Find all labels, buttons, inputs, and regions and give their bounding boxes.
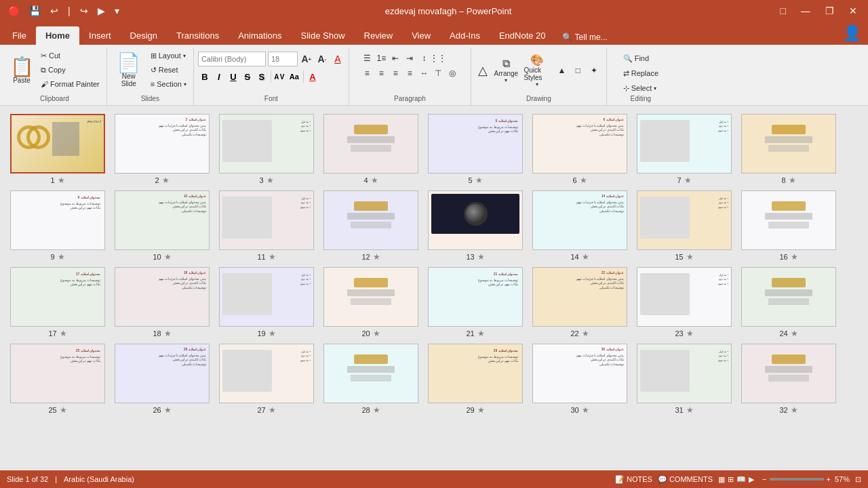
slide-item[interactable]: عنوان اسلاید 26 متن محتوای اسلاید با جزئ… xyxy=(112,344,212,415)
slide-item[interactable]: عنوان اسلاید 22 متن محتوای اسلاید با جزئ… xyxy=(530,267,630,338)
normal-view-button[interactable]: ▦ xyxy=(718,475,725,484)
slide-favorite-star[interactable]: ★ xyxy=(164,405,172,415)
strikethrough-button[interactable]: S xyxy=(241,70,254,83)
slide-item[interactable]: عنوان اسلاید 10 متن محتوای اسلاید با جزئ… xyxy=(112,190,212,262)
slide-favorite-star[interactable]: ★ xyxy=(267,176,274,185)
slide-favorite-star[interactable]: ★ xyxy=(582,329,589,338)
tab-slideshow[interactable]: Slide Show xyxy=(291,26,354,45)
align-right-button[interactable]: ≡ xyxy=(389,66,402,80)
slide-favorite-star[interactable]: ★ xyxy=(477,252,485,262)
cut-button[interactable]: ✂ Cut xyxy=(38,49,102,62)
section-button[interactable]: ≡ Section ▾ xyxy=(148,77,189,91)
comments-button[interactable]: 💬 COMMENTS xyxy=(658,475,713,484)
slide-favorite-star[interactable]: ★ xyxy=(373,405,380,415)
tab-review[interactable]: Review xyxy=(355,26,403,45)
bullets-button[interactable]: ☰ xyxy=(360,52,374,65)
slide-favorite-star[interactable]: ★ xyxy=(477,405,485,415)
slide-favorite-star[interactable]: ★ xyxy=(60,329,67,338)
slide-favorite-star[interactable]: ★ xyxy=(58,176,65,185)
reading-view-button[interactable]: 📖 xyxy=(736,475,746,484)
qa-dropdown[interactable]: ▾ xyxy=(112,4,122,18)
decrease-indent-button[interactable]: ⇤ xyxy=(389,52,402,65)
increase-indent-button[interactable]: ⇥ xyxy=(403,52,416,65)
notes-button[interactable]: 📝 NOTES xyxy=(615,475,652,484)
close-button[interactable]: ✕ xyxy=(844,4,863,18)
slide-item[interactable]: 32★ xyxy=(738,344,839,415)
shapes-button[interactable]: △ xyxy=(476,64,490,77)
reset-button[interactable]: ↺ Reset xyxy=(148,63,189,77)
numbering-button[interactable]: 1≡ xyxy=(374,52,388,65)
slide-item[interactable]: ازدواج موفق1★ xyxy=(7,114,108,185)
zoom-in-button[interactable]: + xyxy=(827,475,831,483)
slide-favorite-star[interactable]: ★ xyxy=(686,252,694,262)
slide-item[interactable]: عنوان اسلاید 14 متن محتوای اسلاید با جزئ… xyxy=(530,190,630,262)
zoom-out-button[interactable]: − xyxy=(762,475,766,483)
slide-favorite-star[interactable]: ★ xyxy=(269,405,276,415)
slide-favorite-star[interactable]: ★ xyxy=(269,329,276,338)
shape-effects-button[interactable]: ✦ xyxy=(587,64,601,77)
shadow-button[interactable]: S xyxy=(255,70,269,83)
slide-favorite-star[interactable]: ★ xyxy=(791,405,798,415)
replace-button[interactable]: ⇄ Replace xyxy=(620,66,661,80)
slide-item[interactable]: 24★ xyxy=(738,267,839,338)
clear-format-button[interactable]: A xyxy=(331,52,344,66)
paste-button[interactable]: 📋 Paste xyxy=(7,49,37,92)
slide-favorite-star[interactable]: ★ xyxy=(164,329,172,338)
italic-button[interactable]: I xyxy=(212,70,226,83)
save-icon[interactable]: 💾 xyxy=(26,4,43,18)
direction-button[interactable]: ↔ xyxy=(417,66,431,80)
slide-item[interactable]: 12★ xyxy=(321,190,421,262)
slide-favorite-star[interactable]: ★ xyxy=(477,329,485,338)
underline-button[interactable]: U xyxy=(226,70,240,83)
slide-item[interactable]: محتوای اسلاید 21 توضیحات مربوط به موضوع … xyxy=(425,267,526,338)
slide-item[interactable]: محتوای اسلاید 9 توضیحات مربوط به موضوع ن… xyxy=(7,190,108,262)
slide-favorite-star[interactable]: ★ xyxy=(684,176,692,185)
line-spacing-button[interactable]: ↕ xyxy=(417,52,431,65)
slide-favorite-star[interactable]: ★ xyxy=(58,252,65,262)
tab-addins[interactable]: Add-Ins xyxy=(440,26,490,45)
slide-favorite-star[interactable]: ★ xyxy=(162,176,170,185)
find-button[interactable]: 🔍 Find xyxy=(620,52,661,65)
zoom-slider[interactable] xyxy=(770,478,824,481)
tell-me-box[interactable]: 🔍 Tell me... xyxy=(555,30,614,45)
font-size-input[interactable] xyxy=(268,52,298,66)
slide-item[interactable]: 20★ xyxy=(321,267,421,338)
tab-home[interactable]: Home xyxy=(36,26,79,45)
align-left-button[interactable]: ≡ xyxy=(360,66,374,80)
slide-favorite-star[interactable]: ★ xyxy=(686,405,694,415)
slide-item[interactable]: عنوان اسلاید 30 متن محتوای اسلاید با جزئ… xyxy=(530,344,630,415)
copy-button[interactable]: ⧉ Copy xyxy=(38,63,102,77)
font-color-button[interactable]: A xyxy=(306,70,319,83)
tab-transitions[interactable]: Transitions xyxy=(167,26,229,45)
align-center-button[interactable]: ≡ xyxy=(374,66,388,80)
char-spacing-button[interactable]: AV xyxy=(273,70,287,83)
slide-item[interactable]: • بند اول• بند دوم• بند سوم 19★ xyxy=(216,267,317,338)
ribbon-display-icon[interactable]: □ xyxy=(775,4,791,18)
slide-item[interactable]: 16★ xyxy=(738,190,839,262)
font-grow-button[interactable]: A+ xyxy=(300,52,313,66)
tab-animations[interactable]: Animations xyxy=(229,26,291,45)
slide-favorite-star[interactable]: ★ xyxy=(475,176,483,185)
slide-favorite-star[interactable]: ★ xyxy=(373,252,380,262)
smart-art-button[interactable]: ◎ xyxy=(446,66,459,80)
slide-favorite-star[interactable]: ★ xyxy=(371,176,378,185)
quick-styles-button[interactable]: 🎨 Quick Styles ▾ xyxy=(522,52,552,89)
tab-view[interactable]: View xyxy=(402,26,440,45)
slide-item[interactable]: 28★ xyxy=(321,344,421,415)
bold-button[interactable]: B xyxy=(198,70,212,83)
slide-item[interactable]: • بند اول• بند دوم• بند سوم 7★ xyxy=(634,114,734,185)
share-icon[interactable]: 👤 xyxy=(836,22,868,45)
tab-file[interactable]: File xyxy=(3,26,36,45)
tab-design[interactable]: Design xyxy=(121,26,167,45)
slide-item[interactable]: 4★ xyxy=(321,114,421,185)
slide-favorite-star[interactable]: ★ xyxy=(791,252,798,262)
slide-favorite-star[interactable]: ★ xyxy=(582,252,589,262)
tab-endnote[interactable]: EndNote 20 xyxy=(490,26,555,45)
slide-item[interactable]: 8★ xyxy=(738,114,839,185)
arrange-button[interactable]: ⧉ Arrange ▾ xyxy=(492,56,519,85)
new-slide-button[interactable]: 📄 New Slide xyxy=(111,49,146,92)
justify-button[interactable]: ≡ xyxy=(403,66,416,80)
slide-item[interactable]: • بند اول• بند دوم• بند سوم 31★ xyxy=(634,344,734,415)
format-painter-button[interactable]: 🖌 Format Painter xyxy=(38,77,102,91)
font-case-button[interactable]: Aa xyxy=(288,70,301,83)
